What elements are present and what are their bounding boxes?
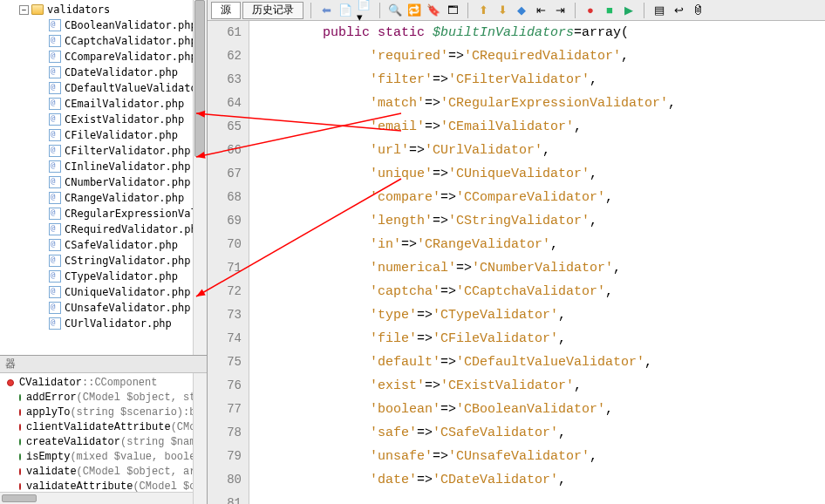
stop-icon[interactable]: ■ — [602, 3, 617, 18]
tree-file[interactable]: CUrlValidator.php — [0, 316, 207, 331]
folder-label: validators — [47, 3, 110, 16]
php-file-icon — [49, 82, 61, 94]
code-line[interactable]: 'unique'=>'CUniqueValidator', — [276, 162, 825, 186]
code-line[interactable]: 'date'=>'CDateValidator', — [276, 468, 825, 492]
code-line[interactable]: 'compare'=>'CCompareValidator', — [276, 186, 825, 209]
line-number: 78 — [208, 421, 242, 445]
line-number: 74 — [208, 327, 242, 351]
file-label: CUnsafeValidator.php — [65, 302, 191, 314]
code-line[interactable]: 'captcha'=>'CCaptchaValidator', — [276, 280, 825, 303]
code-line[interactable]: 'filter'=>'CFilterValidator', — [276, 68, 825, 92]
outline-method[interactable]: applyTo(string $scenario):boole — [0, 405, 207, 419]
php-file-icon — [49, 129, 61, 141]
replace-icon[interactable]: 🔁 — [406, 3, 422, 18]
file-label: CRegularExpressionVali — [65, 208, 203, 220]
tree-file[interactable]: CRequiredValidator.php — [0, 221, 207, 237]
php-file-icon — [49, 317, 61, 330]
code-line[interactable]: 'safe'=>'CSafeValidator', — [276, 421, 825, 445]
indent-left-icon[interactable]: ⇤ — [533, 3, 549, 18]
code-line[interactable]: 'exist'=>'CExistValidator', — [276, 374, 825, 398]
tree-file[interactable]: CEmailValidator.php — [0, 96, 207, 112]
tree-file[interactable]: CFileValidator.php — [0, 127, 207, 143]
line-number: 72 — [208, 280, 242, 303]
php-file-icon — [49, 286, 61, 298]
tree-folder[interactable]: −validators — [0, 2, 207, 17]
select-icon[interactable]: 🗔 — [445, 3, 460, 18]
tree-file[interactable]: CSafeValidator.php — [0, 237, 207, 253]
tree-file[interactable]: CExistValidator.php — [0, 112, 207, 127]
play-icon[interactable]: ▶ — [621, 3, 637, 18]
outline-hscroll-thumb[interactable] — [2, 494, 37, 502]
tree-file[interactable]: CRangeValidator.php — [0, 190, 207, 206]
tab-source[interactable]: 源 — [211, 2, 241, 19]
code-line[interactable]: 'in'=>'CRangeValidator', — [276, 233, 825, 256]
tree-file[interactable]: CTypeValidator.php — [0, 269, 207, 284]
code-line[interactable]: 'unsafe'=>'CUnsafeValidator', — [276, 445, 825, 468]
code-line[interactable]: 'file'=>'CFileValidator', — [276, 327, 825, 351]
line-number: 71 — [208, 256, 242, 280]
code-line[interactable]: 'length'=>'CStringValidator', — [276, 209, 825, 233]
tree-file[interactable]: CFilterValidator.php — [0, 143, 207, 159]
tree-file[interactable]: CUnsafeValidator.php — [0, 300, 207, 316]
diamond-icon[interactable]: ◆ — [514, 3, 529, 18]
record-icon[interactable]: ● — [583, 3, 598, 18]
wrap-icon[interactable]: ↩ — [671, 3, 686, 18]
marker-icon[interactable]: 🔖 — [426, 3, 441, 18]
tree-file[interactable]: CStringValidator.php — [0, 253, 207, 269]
php-file-icon — [49, 160, 61, 173]
database-icon[interactable]: 🛢 — [690, 3, 706, 18]
code-line[interactable]: 'match'=>'CRegularExpressionValidator', — [276, 92, 825, 115]
tree-file[interactable]: CBooleanValidator.php — [0, 17, 207, 33]
outline-scrollbar[interactable] — [193, 373, 207, 504]
outline-method[interactable]: clientValidateAttribute(CModel $ — [0, 419, 207, 434]
file-label: CRequiredValidator.php — [65, 223, 203, 235]
grid-icon[interactable]: ▤ — [651, 3, 667, 18]
outline-method[interactable]: validate(CModel $object, array $ — [0, 464, 207, 479]
outline-class[interactable]: CValidator::CComponent — [0, 375, 207, 390]
tree-file[interactable]: CCompareValidator.php — [0, 49, 207, 65]
tree-file[interactable]: CNumberValidator.php — [0, 174, 207, 190]
code-line[interactable]: 'numerical'=>'CNumberValidator', — [276, 256, 825, 280]
outline-method[interactable]: addError(CModel $object, string — [0, 390, 207, 405]
code-line[interactable]: 'url'=>'CUrlValidator', — [276, 139, 825, 162]
line-number: 63 — [208, 68, 242, 92]
method-signature: validate(CModel $object, array $ — [26, 466, 207, 478]
search-icon[interactable]: 🔍 — [387, 3, 403, 18]
tree-scroll-thumb[interactable] — [194, 0, 205, 157]
tree-file[interactable]: CDefaultValueValidator — [0, 80, 207, 96]
file-label: CNumberValidator.php — [65, 176, 191, 188]
method-signature: createValidator(string $name, CM — [26, 436, 207, 448]
code-line[interactable]: 'default'=>'CDefaultValueValidator', — [276, 351, 825, 374]
outline-method[interactable]: isEmpty(mixed $value, boolean $ — [0, 449, 207, 464]
arrow-down-icon[interactable]: ⬇ — [494, 3, 510, 18]
doc-icon[interactable]: 📄 — [338, 3, 353, 18]
php-file-icon — [49, 19, 61, 31]
tree-file[interactable]: CCaptchaValidator.php — [0, 33, 207, 49]
tree-file[interactable]: CUniqueValidator.php — [0, 284, 207, 300]
collapse-icon[interactable]: − — [19, 5, 29, 15]
nav-back-icon[interactable]: ⬅ — [318, 3, 334, 18]
line-number: 76 — [208, 374, 242, 398]
code-editor[interactable]: 6162636465666768697071727374757677787980… — [208, 21, 825, 504]
doc-dropdown-icon[interactable]: 📄▾ — [357, 3, 372, 18]
file-label: CEmailValidator.php — [65, 98, 184, 110]
outline-method[interactable]: createValidator(string $name, CM — [0, 434, 207, 449]
file-tree[interactable]: −validatorsCBooleanValidator.phpCCaptcha… — [0, 0, 207, 356]
outline-hscrollbar[interactable] — [0, 492, 193, 504]
php-file-icon — [49, 51, 61, 63]
method-icon — [19, 409, 21, 416]
code-line[interactable]: 'required'=>'CRequiredValidator', — [276, 44, 825, 68]
code-line[interactable]: public static $builtInValidators=array( — [276, 21, 825, 44]
code-line[interactable]: 'email'=>'CEmailValidator', — [276, 115, 825, 139]
method-icon — [19, 468, 21, 475]
code-line[interactable]: 'boolean'=>'CBooleanValidator', — [276, 398, 825, 421]
arrow-up-icon[interactable]: ⬆ — [475, 3, 491, 18]
code-body[interactable]: public static $builtInValidators=array( … — [249, 21, 825, 504]
tab-history[interactable]: 历史记录 — [242, 2, 303, 19]
tree-file[interactable]: CDateValidator.php — [0, 65, 207, 80]
tree-file[interactable]: CRegularExpressionVali — [0, 206, 207, 221]
indent-right-icon[interactable]: ⇥ — [552, 3, 568, 18]
tree-file[interactable]: CInlineValidator.php — [0, 159, 207, 174]
code-line[interactable]: 'type'=>'CTypeValidator', — [276, 303, 825, 327]
tree-scrollbar[interactable] — [193, 0, 207, 355]
